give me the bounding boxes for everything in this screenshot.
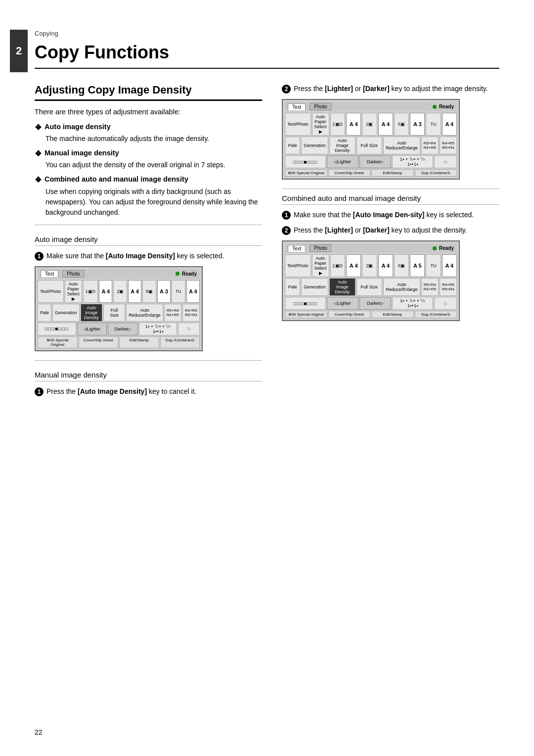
combined-step-1: 1 Make sure that the [Auto Image Den-sit… [282,210,499,220]
ui3-size-a4-1: A 4 [346,254,361,277]
ui3-tab-photo: Photo [310,244,331,252]
ui2-ratio-1: R5+R4R4+R5 [421,137,439,154]
ui-2d: 2▣ [113,280,127,303]
ui3-density-bar: ◻◻◻◼◻◻◻ [285,297,326,310]
ui-generation: Generation [52,304,80,322]
ui2-pale: Pale [285,137,300,154]
ui3-pale: Pale [285,278,300,296]
ui2-auto-reduce: Auto Reduce/Enlarge [383,137,420,154]
bullet-combined-title: ❖ Combined auto and manual image density [35,175,262,185]
ui3-full-size: Full Size [356,278,383,296]
ready-dot-3 [433,246,437,250]
ui3-edit-stamp: Edit/Stamp [371,311,414,318]
ui3-size-a3: A 5 [410,254,425,277]
ui-density-bar: ◻◻◻◼◻◻◻ [38,323,76,335]
ui-lighter: ◁Lighter [77,323,107,335]
ui-special-original: ⊕00 Special Original [38,336,78,348]
combined-step-2: 2 Press the [Lighter] or [Darker] key to… [282,225,499,236]
page-number: 22 [35,728,43,736]
intro-text: There are three types of adjustment avai… [35,108,262,116]
combined-step-1-text: Make sure that the [Auto Image Den-sity]… [294,210,499,220]
ui-extra: □ [178,323,200,335]
ui3-2d: 2▣ [362,254,377,277]
ui-controls: 1▪ + ⁷⁄₇• + ⁷⁄₇ 1▪+1▪ [139,323,178,335]
manual-step-num-1: 1 [35,387,44,396]
ui3-cover-slip: Cover/Slip Sheet [328,311,371,318]
ui2-size-a4-3: A 4 [442,113,457,136]
ui2-5d: 5▣ [394,113,409,136]
ui3-tab-text: Text [288,245,306,252]
ui3-tu: TU [426,254,441,277]
ui3-dup-combine: Dup./Combine/S [415,311,457,318]
ui3-autopaper: Auto PaperSelect ▶ [312,254,329,277]
ui3-lighter: ◁Lighter [327,297,358,310]
ui-size-a3: A 3 [157,280,171,303]
manual-subsection-label: Manual image density [35,371,262,381]
ui-tu: TU [172,280,185,303]
ui2-controls: 1▪ + ⁷⁄₇• + ⁷⁄₇ 1▪+1▪ [392,155,433,168]
auto-step-1: 1 Make sure that the [Auto Image Density… [35,251,262,261]
ui3-auto-image-density: Auto Image Density [329,278,356,296]
divider-right-1 [282,189,499,189]
divider-1 [35,225,262,225]
ui-darker: Darker▷ [108,323,138,335]
ui3-extra: □ [434,297,457,310]
ui3-auto-reduce: Auto Reduce/Enlarge [383,278,420,296]
ui3-size-a4-3: A 4 [442,254,457,277]
bullet-manual-body: You can adjust the density of the overal… [45,160,262,170]
machine-ui-1: Text Photo Ready Text/Photo Auto PaperSe… [35,266,203,351]
ready-dot-2 [433,105,437,109]
ui2-full-size: Full Size [356,137,383,154]
combined-step-2-text: Press the [Lighter] or [Darker] key to a… [294,225,499,236]
diamond-icon-1: ❖ [35,123,42,132]
ui2-special-original: ⊕00 Special Original [285,169,327,177]
ui2-1d: 1▣D [330,113,346,136]
ui2-lighter: ◁Lighter [327,155,358,168]
ui2-tab-text: Text [288,103,306,110]
ui-5d: 5▣ [142,280,156,303]
combined-section-label: Combined auto and manual image density [282,194,499,205]
ready-dot [176,272,179,276]
ui3-size-a4-2: A 4 [378,254,393,277]
ui2-autopaper: Auto PaperSelect ▶ [312,113,329,136]
section-heading: Adjusting Copy Image Density [35,84,262,101]
chapter-number: 2 [10,30,28,72]
diamond-icon-2: ❖ [35,149,42,158]
auto-step-1-text: Make sure that the [Auto Image Density] … [46,251,262,261]
bullet-manual-title: ❖ Manual image density [35,149,262,158]
ui2-cover-slip: Cover/Slip Sheet [328,169,371,177]
ui-ratio-2: R4+R5R5+R4 [182,304,200,322]
ui2-2d: 2▣ [362,113,377,136]
bullet-combined-body: Use when copying originals with a dirty … [45,187,262,218]
ui-size-a4-2: A 4 [128,280,141,303]
ui3-darker: Darker▷ [359,297,391,310]
ui2-size-a4-2: A 4 [378,113,393,136]
ui3-ready-indicator: Ready [433,245,454,251]
ui2-generation: Generation [301,137,328,154]
ui3-1d: 1▣D [330,254,346,277]
left-column: Adjusting Copy Image Density There are t… [35,84,262,402]
ui-pale: Pale [38,304,51,322]
manual-step-1: 1 Press the [Auto Image Density] key to … [35,386,262,397]
ui3-special-original: ⊕00 Special original [285,311,327,318]
combined-step-num-2: 2 [282,226,291,235]
manual-step-1-text: Press the [Auto Image Density] key to ca… [46,386,262,397]
right-auto-step-2: 2 Press the [Lighter] or [Darker] key to… [282,84,499,94]
ui-tab-photo: Photo [62,270,84,278]
ui-ready-indicator: Ready [176,271,197,277]
ui2-ratio-2: R4+R5R5+R4 [440,137,457,154]
ui2-darker: Darker▷ [359,155,391,168]
divider-2 [35,360,262,361]
ui-textphoto: Text/Photo [38,280,64,303]
ui2-tab-photo: Photo [310,103,331,110]
ui-auto-reduce: Auto Reduce/Enlarge [126,304,163,322]
ui3-generation: Generation [301,278,328,296]
ui-cover-slip: Cover/Slip Sheet [79,336,119,348]
machine-ui-3: Text Photo Ready Text/Photo Auto PaperSe… [282,240,460,321]
combined-step-num-1: 1 [282,211,291,220]
ui3-controls: 1▪ + ⁷⁄₇• + ⁷⁄₇ 1▪+1▪ [392,297,433,310]
page-title: Copy Functions [35,42,499,69]
ui-ratio-1: R5+R4R4+R5 [164,304,181,322]
right-auto-step-2-text: Press the [Lighter] or [Darker] key to a… [294,84,499,94]
machine-ui-2: Text Photo Ready Text/Photo Auto PaperSe… [282,99,460,180]
